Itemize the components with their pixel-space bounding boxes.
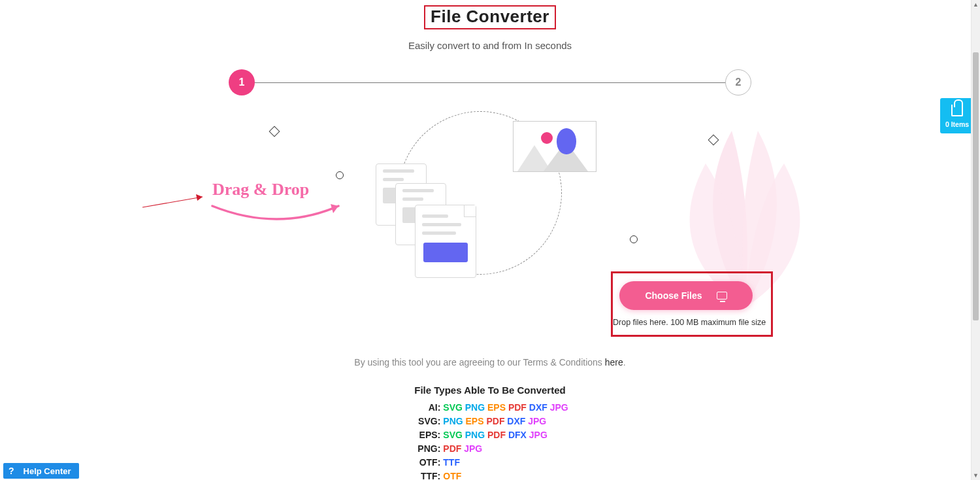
format-target: DXF xyxy=(529,402,547,413)
terms-line: By using this tool you are agreeing to o… xyxy=(0,357,980,368)
format-target: PNG xyxy=(465,430,485,440)
format-target: OTF xyxy=(443,471,461,480)
format-source: AI: xyxy=(412,401,440,415)
format-target: DXF xyxy=(507,416,525,426)
format-source: TTF: xyxy=(412,470,440,480)
stepper: 1 2 xyxy=(229,69,751,95)
cart-count-label: 0 Items xyxy=(940,120,974,128)
shopping-bag-icon xyxy=(951,105,963,116)
format-target: PDF xyxy=(508,402,527,413)
photo-illustration xyxy=(513,121,596,172)
format-target: PNG xyxy=(443,416,463,426)
format-source: EPS: xyxy=(412,428,440,442)
format-target: JPG xyxy=(528,416,546,426)
svg-line-0 xyxy=(142,197,203,207)
terms-suffix: . xyxy=(623,357,626,368)
cart-tab[interactable]: 0 Items xyxy=(940,98,974,133)
step-1: 1 xyxy=(229,69,255,95)
format-row: EPS:SVG PNG PDF DFX JPG xyxy=(412,428,568,442)
format-targets: TTF xyxy=(443,456,460,470)
format-row: SVG:PNG EPS PDF DXF JPG xyxy=(412,415,568,428)
choose-files-label: Choose Files xyxy=(645,290,702,301)
formats-title: File Types Able To Be Converted xyxy=(0,385,980,396)
format-target: PDF xyxy=(486,416,504,426)
step-2: 2 xyxy=(725,69,751,95)
page-subtitle: Easily convert to and from In seconds xyxy=(0,40,980,51)
format-target: EPS xyxy=(466,416,484,426)
format-targets: SVG PNG PDF DFX JPG xyxy=(443,428,547,442)
diamond-icon xyxy=(269,126,280,137)
format-targets: PNG EPS PDF DXF JPG xyxy=(443,415,546,428)
format-target: JPG xyxy=(550,402,568,413)
monitor-icon xyxy=(717,292,727,300)
help-center-label: Help Center xyxy=(24,466,71,476)
terms-prefix: By using this tool you are agreeing to o… xyxy=(354,357,604,368)
scroll-up-icon[interactable]: ▲ xyxy=(972,0,980,9)
circle-icon xyxy=(630,235,638,243)
format-targets: PDF JPG xyxy=(443,442,482,456)
scroll-down-icon[interactable]: ▼ xyxy=(972,471,980,480)
stepper-track xyxy=(242,82,738,83)
drag-drop-label: Drag & Drop xyxy=(212,180,309,199)
format-row: PNG:PDF JPG xyxy=(412,442,568,456)
format-target: TTF xyxy=(443,457,460,468)
format-target: JPG xyxy=(464,443,482,454)
format-target: EPS xyxy=(487,402,506,413)
scrollbar-thumb[interactable] xyxy=(973,52,979,320)
page-title: File Converter xyxy=(424,5,556,29)
format-row: TTF:OTF xyxy=(412,470,568,480)
vertical-scrollbar[interactable]: ▲ ▼ xyxy=(971,0,980,480)
question-icon: ? xyxy=(8,466,14,476)
format-target: JPG xyxy=(529,430,547,440)
format-target: PDF xyxy=(443,443,461,454)
format-row: OTF:TTF xyxy=(412,456,568,470)
drop-hint-text: Drop files here. 100 MB maximum file siz… xyxy=(613,318,766,327)
format-row: AI:SVG PNG EPS PDF DXF JPG xyxy=(412,401,568,415)
format-target: PDF xyxy=(487,430,506,440)
svg-marker-1 xyxy=(196,194,203,201)
annotation-arrow-icon xyxy=(142,193,208,213)
circle-icon xyxy=(336,171,344,179)
drop-area[interactable]: Drag & Drop Choose Files xyxy=(0,111,980,353)
format-source: OTF: xyxy=(412,456,440,470)
terms-link[interactable]: here xyxy=(605,357,623,368)
format-targets: SVG PNG EPS PDF DXF JPG xyxy=(443,401,568,415)
format-source: SVG: xyxy=(412,415,440,428)
help-center-button[interactable]: ? Help Center xyxy=(3,463,79,479)
format-target: PNG xyxy=(465,402,485,413)
choose-files-button[interactable]: Choose Files xyxy=(619,281,753,310)
format-targets: OTF xyxy=(443,470,461,480)
format-target: SVG xyxy=(443,430,463,440)
format-source: PNG: xyxy=(412,442,440,456)
format-target: SVG xyxy=(443,402,463,413)
drag-drop-underline-icon xyxy=(209,203,346,229)
formats-table: AI:SVG PNG EPS PDF DXF JPGSVG:PNG EPS PD… xyxy=(412,401,568,480)
format-target: DFX xyxy=(508,430,527,440)
